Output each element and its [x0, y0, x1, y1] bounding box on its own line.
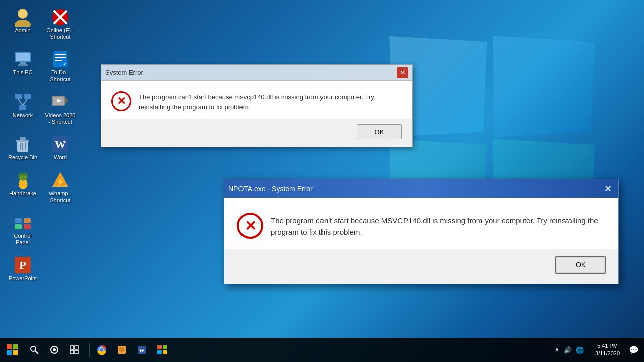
svg-rect-9 [18, 64, 28, 66]
svg-point-47 [31, 346, 36, 351]
svg-rect-63 [163, 345, 167, 349]
windows-logo-icon [7, 344, 18, 355]
taskbar-store-button[interactable] [152, 338, 172, 362]
svg-text:W: W [55, 138, 66, 151]
svg-text:P: P [19, 259, 26, 272]
taskbar-chrome-button[interactable] [92, 338, 112, 362]
powerpoint-icon-label: PowerPoint [9, 275, 37, 282]
dialog-2-close-button[interactable]: ✕ [601, 182, 614, 195]
svg-rect-18 [19, 105, 26, 110]
svg-rect-65 [163, 350, 167, 354]
system-error-dialog-2: NPOTA.exe - System Error ✕ ✕ The program… [224, 179, 619, 284]
taskbar-search-button[interactable] [24, 338, 44, 362]
word-taskbar-icon: W [137, 345, 147, 355]
desktop-icon-word[interactable]: W Word [43, 132, 78, 163]
desktop-icon-online-f[interactable]: Online (F) - Shortcut [43, 5, 78, 42]
this-pc-icon-label: This PC [13, 69, 32, 76]
task-view-icon [70, 345, 79, 354]
dialog-2-title: NPOTA.exe - System Error [228, 185, 313, 193]
dialog-2-titlebar[interactable]: NPOTA.exe - System Error ✕ [224, 179, 618, 198]
dialog-1-titlebar[interactable]: System Error ✕ [101, 65, 412, 81]
svg-point-1 [15, 20, 31, 27]
videos-2020-icon-label: Videos 2020 - Shortcut [45, 112, 76, 125]
word-icon-label: Word [54, 154, 67, 161]
chrome-icon [97, 345, 107, 355]
network-tray-icon[interactable]: 🌐 [576, 346, 584, 354]
desktop-icon-handbrake[interactable]: 🍍 Handbrake [5, 168, 40, 205]
svg-rect-26 [16, 140, 29, 142]
dialog-2-body: ✕ The program can't start because MSVCP1… [224, 198, 618, 249]
svg-text:⚡: ⚡ [55, 177, 65, 187]
svg-rect-54 [75, 350, 78, 354]
dialog-1-message: The program can't start because msvcp140… [139, 91, 402, 112]
taskbar-right-area: ∧ 🔊 🌐 5:41 PM 3/11/2020 💬 [555, 342, 644, 358]
desktop-icon-winamp[interactable]: ⚡ winamp - Shortcut [43, 168, 78, 205]
dialog-1-body-inner: ✕ The program can't start because msvcp1… [111, 91, 402, 112]
admin-icon [13, 7, 33, 27]
svg-line-48 [35, 351, 38, 354]
taskbar-cortana-button[interactable] [44, 338, 64, 362]
handbrake-icon-label: Handbrake [9, 190, 36, 197]
svg-rect-46 [13, 350, 18, 355]
desktop-icons-area: Admin Online (F) - Shortcut [5, 5, 78, 284]
desktop-icon-powerpoint[interactable]: P PowerPoint [5, 253, 40, 284]
svg-rect-62 [157, 345, 162, 349]
dialog-1-footer: OK [101, 119, 412, 147]
store-icon [157, 345, 167, 355]
svg-rect-27 [20, 137, 26, 140]
svg-rect-52 [75, 346, 78, 349]
search-icon [30, 345, 39, 354]
svg-rect-44 [13, 344, 18, 349]
speaker-icon[interactable]: 🔊 [564, 346, 572, 354]
taskbar-app-2-button[interactable] [112, 338, 132, 362]
svg-rect-12 [55, 57, 66, 58]
dialog-1-close-button[interactable]: ✕ [397, 67, 408, 78]
network-icon [13, 92, 33, 112]
taskbar-word-button[interactable]: W [132, 338, 152, 362]
desktop-icon-admin[interactable]: Admin [5, 5, 40, 42]
dialog-2-footer: OK [224, 249, 618, 284]
online-f-icon-label: Online (F) - Shortcut [45, 27, 76, 40]
to-do-icon: ✓ [50, 49, 70, 69]
svg-text:W: W [139, 347, 145, 353]
svg-rect-13 [55, 60, 62, 61]
svg-rect-37 [15, 218, 22, 223]
cortana-icon [50, 345, 59, 354]
notifications-button[interactable]: 💬 [629, 345, 639, 355]
taskbar-task-view-button[interactable] [64, 338, 85, 362]
dialog-2-ok-button[interactable]: OK [555, 256, 606, 274]
word-icon: W [50, 134, 70, 154]
desktop-icon-recycle-bin[interactable]: Recycle Bin [5, 132, 40, 163]
dialog-2-body-inner: ✕ The program can't start because MSVCP1… [237, 213, 606, 239]
system-clock[interactable]: 5:41 PM 3/11/2020 [591, 342, 624, 358]
control-panel-icon-label: Control Panel [7, 233, 38, 246]
desktop-icon-control-panel[interactable]: Control Panel [5, 211, 40, 248]
desktop-icon-this-pc[interactable]: This PC [5, 47, 40, 84]
svg-rect-53 [70, 350, 74, 354]
svg-rect-11 [55, 54, 66, 55]
dialog-1-ok-button[interactable]: OK [357, 124, 402, 139]
svg-marker-22 [65, 97, 69, 105]
online-f-icon [50, 7, 70, 27]
taskbar: W ∧ 🔊 🌐 5:41 PM [0, 338, 644, 362]
clock-date: 3/11/2020 [595, 350, 620, 357]
recycle-bin-icon-label: Recycle Bin [8, 154, 37, 161]
control-panel-icon [13, 213, 33, 233]
desktop-icon-to-do[interactable]: ✓ To Do - Shortcut [43, 47, 78, 84]
dialog-1-title: System Error [105, 69, 143, 76]
desktop-icon-network[interactable]: Network [5, 90, 40, 127]
svg-rect-8 [20, 62, 26, 64]
powerpoint-icon: P [13, 255, 33, 275]
svg-rect-43 [7, 344, 12, 349]
price-tag-icon [117, 345, 127, 355]
taskbar-start-button[interactable] [0, 338, 24, 362]
svg-text:🍍: 🍍 [14, 171, 33, 190]
tray-arrow[interactable]: ∧ [555, 346, 559, 353]
to-do-icon-label: To Do - Shortcut [45, 69, 76, 82]
desktop-icon-videos-2020[interactable]: Videos 2020 - Shortcut [43, 90, 78, 127]
this-pc-icon [13, 49, 33, 69]
svg-rect-38 [24, 218, 31, 223]
svg-line-19 [18, 99, 23, 105]
system-error-dialog-1: System Error ✕ ✕ The program can't start… [101, 64, 413, 147]
dialog-1-error-icon: ✕ [111, 91, 131, 111]
